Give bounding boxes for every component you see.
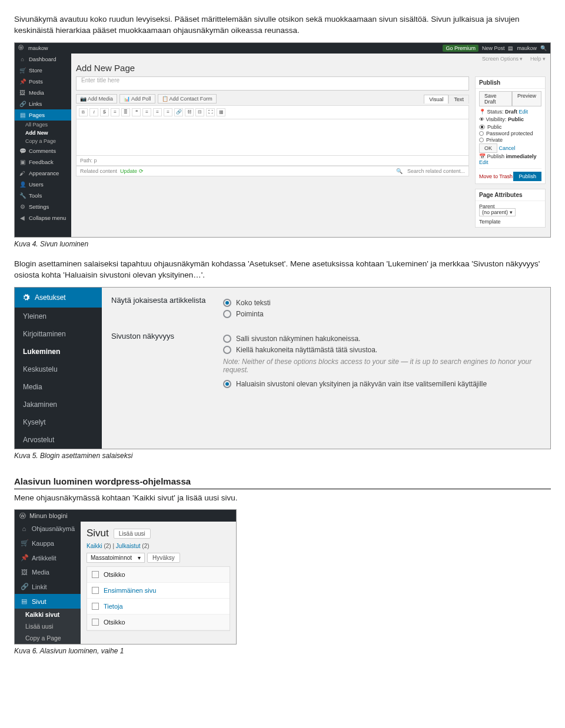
page-row-link[interactable]: Ensimmäinen sivu xyxy=(104,587,156,594)
format-link-button[interactable]: 🔗 xyxy=(174,108,183,116)
screen-options-tab[interactable]: Screen Options ▾ xyxy=(482,56,523,62)
format-ul-button[interactable]: ≡ xyxy=(111,108,119,116)
sidebar-item-dashboard[interactable]: ⌂Ohjausnäkymä xyxy=(15,522,81,536)
editor-tab-text[interactable]: Text xyxy=(448,95,469,103)
format-strike-button[interactable]: S̶ xyxy=(100,108,109,116)
settings-item-discussion[interactable]: Keskustelu xyxy=(15,360,102,378)
radio-password[interactable] xyxy=(479,131,484,136)
go-premium-button[interactable]: Go Premium xyxy=(443,45,478,52)
edit-schedule-link[interactable]: Edit xyxy=(479,159,488,165)
sidebar-item-media[interactable]: 🖼Media xyxy=(15,565,81,579)
sidebar-item-store[interactable]: 🛒Store xyxy=(15,65,71,76)
format-bold-button[interactable]: B xyxy=(79,108,88,116)
help-tab[interactable]: Help ▾ xyxy=(530,56,546,62)
sidebar-sub-all-pages[interactable]: Kaikki sivut xyxy=(15,609,81,620)
add-media-button[interactable]: 📷 Add Media xyxy=(76,94,117,103)
radio-private[interactable] xyxy=(223,380,231,388)
format-alignright-button[interactable]: ≡ xyxy=(164,108,172,116)
format-ol-button[interactable]: ≣ xyxy=(121,108,130,116)
visibility-cancel-link[interactable]: Cancel xyxy=(499,145,516,151)
select-all-checkbox-footer[interactable] xyxy=(92,619,99,626)
settings-item-media[interactable]: Media xyxy=(15,378,102,396)
sidebar-sub-copy-page[interactable]: Copy a Page xyxy=(15,137,71,145)
sidebar-item-appearance[interactable]: 🖌Appearance xyxy=(15,168,71,179)
radio-block-search[interactable] xyxy=(223,346,231,354)
save-draft-button[interactable]: Save Draft xyxy=(479,91,512,106)
sidebar-item-tools[interactable]: 🔧Tools xyxy=(15,190,71,201)
settings-item-reading[interactable]: Lukeminen xyxy=(15,343,102,360)
add-poll-button[interactable]: 📊 Add Poll xyxy=(119,94,155,103)
search-icon[interactable]: 🔍 xyxy=(540,45,547,51)
sidebar-item-dashboard[interactable]: ⌂Dashboard xyxy=(15,54,71,65)
parent-select[interactable]: (no parent) ▾ xyxy=(479,208,516,216)
column-header-title[interactable]: Otsikko xyxy=(104,571,125,578)
visibility-ok-button[interactable]: OK xyxy=(479,143,497,153)
format-aligncenter-button[interactable]: ≡ xyxy=(153,108,162,116)
sidebar-item-comments[interactable]: 💬Comments xyxy=(15,145,71,156)
add-contact-button[interactable]: 📋 Add Contact Form xyxy=(158,94,217,103)
filter-all-link[interactable]: Kaikki xyxy=(87,543,102,549)
publish-button[interactable]: Publish xyxy=(513,172,541,181)
preview-button[interactable]: Preview xyxy=(512,91,541,106)
format-quote-button[interactable]: ❝ xyxy=(132,108,141,116)
sidebar-sub-all-pages[interactable]: All Pages xyxy=(15,121,71,129)
sidebar-sub-add-new[interactable]: Lisää uusi xyxy=(15,620,81,632)
sidebar-item-users[interactable]: 👤Users xyxy=(15,179,71,190)
sidebar-sub-add-new[interactable]: Add New xyxy=(15,129,71,137)
row-checkbox[interactable] xyxy=(92,603,99,610)
table-row[interactable]: Tietoja xyxy=(87,599,230,615)
adminbar-user[interactable]: maukow xyxy=(517,45,537,51)
update-link[interactable]: Update ⟳ xyxy=(120,168,144,174)
add-new-button[interactable]: Lisää uusi xyxy=(114,529,151,539)
settings-item-general[interactable]: Yleinen xyxy=(15,308,102,325)
reader-icon[interactable]: ▤ xyxy=(508,45,513,51)
row-checkbox[interactable] xyxy=(92,587,99,594)
sidebar-item-store[interactable]: 🛒Kauppa xyxy=(15,536,81,550)
radio-private[interactable] xyxy=(479,138,484,142)
sidebar-item-links[interactable]: 🔗Linkit xyxy=(15,579,81,594)
format-unlink-button[interactable]: ⛓ xyxy=(185,108,194,116)
sidebar-item-pages[interactable]: ▤Pages xyxy=(15,109,71,121)
adminbar-site-name[interactable]: maukow xyxy=(28,45,48,51)
move-to-trash-link[interactable]: Move to Trash xyxy=(479,173,513,179)
search-related-input[interactable]: Search related content... xyxy=(407,168,465,174)
page-row-link[interactable]: Tietoja xyxy=(104,603,123,610)
title-input[interactable]: Enter title here xyxy=(76,76,469,91)
radio-summary[interactable] xyxy=(223,310,231,318)
cart-icon: 🛒 xyxy=(19,67,25,74)
sidebar-item-media[interactable]: 🖼Media xyxy=(15,87,71,98)
admin-sidebar: ⌂Dashboard 🛒Store 📌Posts 🖼Media 🔗Links ▤… xyxy=(15,54,71,237)
sidebar-item-pages[interactable]: ▤Sivut xyxy=(15,594,81,609)
sidebar-item-feedback[interactable]: ▣Feedback xyxy=(15,156,71,168)
radio-full-text[interactable] xyxy=(223,299,231,307)
filter-published-link[interactable]: Julkaistut xyxy=(116,543,141,549)
collapse-icon: ◀ xyxy=(19,215,25,221)
edit-status-link[interactable]: Edit xyxy=(519,109,529,115)
editor-canvas[interactable] xyxy=(76,119,469,156)
sidebar-collapse[interactable]: ◀Collapse menu xyxy=(15,212,71,223)
format-more-button[interactable]: ⊟ xyxy=(195,108,204,116)
apply-button[interactable]: Hyväksy xyxy=(147,553,180,563)
sidebar-section-header[interactable]: Asetukset xyxy=(15,288,102,308)
adminbar-site-name[interactable]: Minun blogini xyxy=(29,512,68,519)
settings-item-reviews[interactable]: Arvostelut xyxy=(15,431,102,449)
format-fullscreen-button[interactable]: ⛶ xyxy=(206,108,215,116)
select-all-checkbox[interactable] xyxy=(92,571,99,578)
sidebar-item-posts[interactable]: 📌Posts xyxy=(15,76,71,87)
bulk-action-select[interactable]: Massatoiminnot▾ xyxy=(87,553,145,563)
settings-item-sharing[interactable]: Jakaminen xyxy=(15,396,102,413)
sidebar-item-links[interactable]: 🔗Links xyxy=(15,98,71,109)
format-toggle-button[interactable]: ▦ xyxy=(217,108,225,116)
table-row[interactable]: Ensimmäinen sivu xyxy=(87,583,230,599)
new-post-link[interactable]: New Post xyxy=(482,45,505,51)
sidebar-item-settings[interactable]: ⚙Settings xyxy=(15,201,71,212)
settings-item-writing[interactable]: Kirjoittaminen xyxy=(15,325,102,343)
radio-allow-search[interactable] xyxy=(223,335,231,343)
sidebar-item-posts[interactable]: 📌Artikkelit xyxy=(15,550,81,565)
settings-item-polls[interactable]: Kyselyt xyxy=(15,413,102,431)
radio-public[interactable] xyxy=(479,125,485,129)
format-italic-button[interactable]: I xyxy=(89,108,98,116)
editor-tab-visual[interactable]: Visual xyxy=(424,95,448,103)
sidebar-sub-copy-page[interactable]: Copy a Page xyxy=(15,632,81,644)
format-alignleft-button[interactable]: ≡ xyxy=(142,108,151,116)
